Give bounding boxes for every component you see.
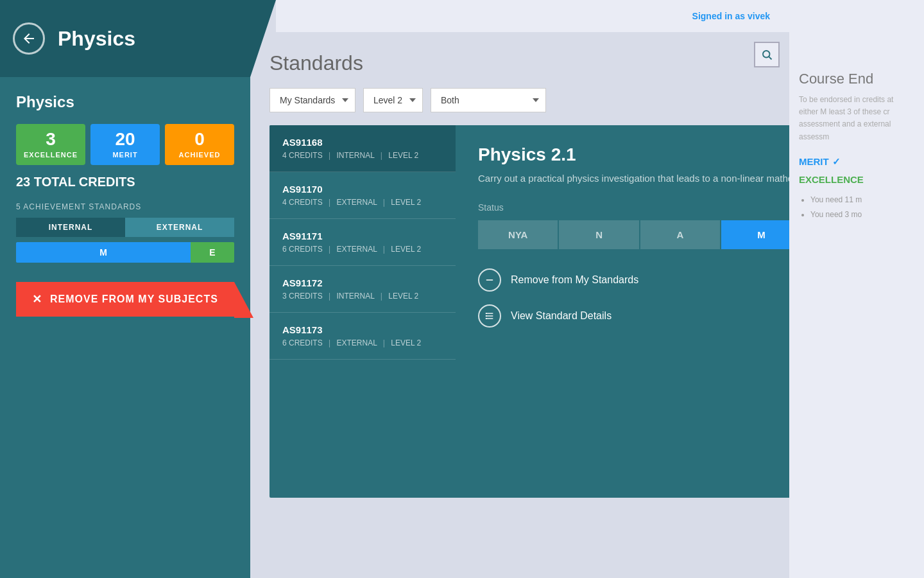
- endorsement-item-1: You need 11 m: [810, 193, 914, 207]
- view-details-label: View Standard Details: [511, 310, 612, 322]
- merit-check-icon: ✓: [832, 156, 841, 168]
- standard-code: AS91173: [282, 324, 443, 335]
- progress-m: M: [16, 242, 191, 263]
- type: INTERNAL: [337, 292, 375, 301]
- credits: 6 CREDITS: [282, 245, 323, 254]
- standard-item[interactable]: AS91172 3 CREDITS | INTERNAL | LEVEL 2: [270, 266, 456, 313]
- svg-rect-4: [486, 315, 493, 316]
- level-filter[interactable]: Level 2: [363, 88, 423, 112]
- svg-point-8: [486, 318, 487, 319]
- standard-meta: 3 CREDITS | INTERNAL | LEVEL 2: [282, 292, 443, 301]
- standard-meta: 4 CREDITS | INTERNAL | LEVEL 2: [282, 151, 443, 160]
- external-tab[interactable]: EXTERNAL: [125, 218, 234, 237]
- remove-x-icon: ✕: [32, 292, 42, 306]
- merit-badge: 20 MERIT: [90, 124, 160, 165]
- standard-item[interactable]: AS91173 6 CREDITS | EXTERNAL | LEVEL 2: [270, 313, 456, 360]
- both-filter[interactable]: Both: [431, 88, 546, 112]
- my-standards-filter[interactable]: My Standards: [270, 88, 355, 112]
- endorsement-list: You need 11 m You need 3 mo: [799, 193, 914, 222]
- internal-tab[interactable]: INTERNAL: [16, 218, 125, 237]
- course-end-title: Course End: [799, 71, 914, 87]
- type: INTERNAL: [337, 151, 375, 160]
- achieved-badge: 0 ACHIEVED: [165, 124, 234, 165]
- progress-bar: M E: [16, 242, 234, 263]
- remove-standards-label: Remove from My Standards: [511, 274, 638, 286]
- endorsement-item-2: You need 3 mo: [810, 207, 914, 222]
- excellence-value: 3: [19, 130, 82, 148]
- status-nya-button[interactable]: NYA: [478, 220, 558, 249]
- sidebar-header-title: Physics: [58, 27, 135, 51]
- svg-point-7: [486, 315, 487, 317]
- standard-meta: 6 CREDITS | EXTERNAL | LEVEL 2: [282, 338, 443, 347]
- standard-code: AS91168: [282, 137, 443, 148]
- status-n-button[interactable]: N: [559, 220, 638, 249]
- course-endorsement-section: Course End To be endorsed in credits at …: [799, 71, 914, 222]
- back-icon: [21, 31, 37, 46]
- internal-external-tabs: INTERNAL EXTERNAL: [16, 218, 234, 237]
- course-end-body: To be endorsed in credits at either M le…: [799, 94, 914, 143]
- standard-item[interactable]: AS91168 4 CREDITS | INTERNAL | LEVEL 2: [270, 125, 456, 172]
- svg-rect-5: [486, 318, 493, 319]
- type: EXTERNAL: [337, 245, 377, 254]
- achieved-label: ACHIEVED: [168, 151, 231, 159]
- sidebar-content: Physics 3 EXCELLENCE 20 MERIT 0 ACHIEVED…: [0, 77, 250, 333]
- standard-code: AS91172: [282, 277, 443, 288]
- list-detail-icon: [484, 311, 495, 321]
- status-a-button[interactable]: A: [640, 220, 720, 249]
- level: LEVEL 2: [391, 338, 421, 347]
- sidebar-header: Physics: [0, 0, 250, 77]
- type: EXTERNAL: [337, 338, 377, 347]
- standard-meta: 6 CREDITS | EXTERNAL | LEVEL 2: [282, 245, 443, 254]
- credits: 6 CREDITS: [282, 338, 323, 347]
- credits: 3 CREDITS: [282, 292, 323, 301]
- list-icon: [478, 304, 501, 328]
- level: LEVEL 2: [391, 198, 421, 207]
- score-row: 3 EXCELLENCE 20 MERIT 0 ACHIEVED: [16, 124, 234, 165]
- achievement-standards-label: 5 ACHIEVEMENT STANDARDS: [16, 202, 234, 211]
- excellence-status: EXCELLENCE: [799, 174, 914, 185]
- remove-icon: [478, 268, 501, 292]
- standard-meta: 4 CREDITS | EXTERNAL | LEVEL 2: [282, 198, 443, 207]
- achieved-value: 0: [168, 130, 231, 148]
- minus-icon: [484, 275, 495, 285]
- sidebar: Physics Physics 3 EXCELLENCE 20 MERIT 0 …: [0, 0, 250, 578]
- excellence-badge: 3 EXCELLENCE: [16, 124, 85, 165]
- remove-from-subjects-button[interactable]: ✕ REMOVE FROM MY SUBJECTS: [16, 282, 234, 317]
- svg-rect-3: [486, 313, 493, 313]
- credits: 4 CREDITS: [282, 151, 323, 160]
- merit-value: 20: [94, 130, 157, 148]
- remove-btn-label: REMOVE FROM MY SUBJECTS: [50, 293, 218, 305]
- credits: 4 CREDITS: [282, 198, 323, 207]
- standard-code: AS91170: [282, 184, 443, 195]
- standards-list: AS91168 4 CREDITS | INTERNAL | LEVEL 2 A…: [270, 125, 456, 498]
- standard-code: AS91171: [282, 231, 443, 241]
- signed-in-text: Signed in as: [692, 11, 745, 21]
- standard-item[interactable]: AS91170 4 CREDITS | EXTERNAL | LEVEL 2: [270, 172, 456, 219]
- merit-status: MERIT ✓: [799, 156, 914, 168]
- level: LEVEL 2: [388, 292, 418, 301]
- remove-from-subjects-wrap: ✕ REMOVE FROM MY SUBJECTS: [16, 282, 234, 317]
- back-button[interactable]: [13, 22, 45, 55]
- subject-title: Physics: [16, 93, 234, 111]
- progress-e: E: [191, 242, 234, 263]
- svg-point-6: [486, 313, 487, 314]
- total-credits: 23 TOTAL CREDITS: [16, 175, 234, 189]
- svg-rect-2: [486, 279, 493, 280]
- level: LEVEL 2: [391, 245, 421, 254]
- type: EXTERNAL: [337, 198, 377, 207]
- right-panel: Course End To be endorsed in credits at …: [789, 0, 924, 578]
- standard-item[interactable]: AS91171 6 CREDITS | EXTERNAL | LEVEL 2: [270, 219, 456, 266]
- username: vivek: [748, 11, 770, 21]
- excellence-label: EXCELLENCE: [19, 151, 82, 159]
- merit-label: MERIT: [94, 151, 157, 159]
- level: LEVEL 2: [388, 151, 418, 160]
- merit-label: MERIT: [799, 156, 829, 167]
